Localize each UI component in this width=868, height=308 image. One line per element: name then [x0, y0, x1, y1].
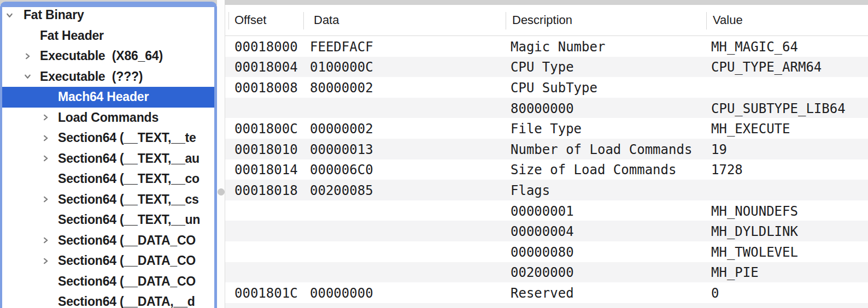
cell-description: Reserved [511, 282, 574, 303]
table-row[interactable]: 0001801C00000000Reserved0 [225, 282, 868, 303]
tree-item-section64-text-cs[interactable]: Section64 (__TEXT,__cs [2, 189, 214, 210]
column-separator [506, 12, 506, 29]
tree-item-label: Section64 (__TEXT,__un [58, 212, 200, 227]
tree-item-section64-data-co[interactable]: Section64 (__DATA_CO [2, 271, 214, 292]
cell-value: 1728 [711, 159, 743, 180]
cell-value: MH_MAGIC_64 [711, 36, 798, 57]
table-row[interactable]: 0001800880000002CPU SubType [225, 77, 868, 98]
tree-item-section64-text-co[interactable]: Section64 (__TEXT,__co [2, 169, 214, 189]
tree-item-executable[interactable]: Executable (???) [2, 67, 214, 87]
table-row[interactable]: 000180040100000CCPU TypeCPU_TYPE_ARM64 [225, 57, 868, 78]
cell-offset: 00018008 [234, 77, 298, 98]
chevron-right-icon[interactable] [41, 236, 50, 245]
cell-data: FEEDFACF [310, 36, 373, 57]
tree-item-section64-data-co[interactable]: Section64 (__DATA_CO [2, 251, 214, 271]
cell-data: 00000013 [310, 139, 373, 159]
cell-offset: 00018010 [234, 139, 298, 159]
tree-item-load-commands[interactable]: Load Commands [2, 108, 214, 128]
cell-description: File Type [511, 118, 582, 139]
tree-item-label: Section64 (__DATA_CO [58, 253, 196, 268]
cell-value: CPU_TYPE_ARM64 [711, 57, 822, 78]
column-header-offset[interactable]: Offset [234, 5, 266, 35]
splitter-drag-handle[interactable] [218, 188, 225, 196]
cell-description: Magic Number [511, 36, 605, 57]
cell-offset: 00018018 [234, 180, 298, 200]
cell-description: Flags [511, 180, 550, 200]
column-separator [303, 12, 304, 29]
tree-item-fat-header[interactable]: Fat Header [2, 26, 214, 46]
cell-data: 80000002 [310, 77, 373, 98]
tree-item-label: Fat Binary [24, 8, 84, 22]
tree-item-label: Executable (X86_64) [40, 49, 163, 63]
cell-description: CPU SubType [511, 77, 597, 98]
chevron-down-icon[interactable] [5, 11, 14, 20]
cell-data: 00200085 [310, 180, 373, 200]
tree-item-label: Section64 (__DATA,__d [58, 294, 195, 308]
tree-item-section64-data-co[interactable]: Section64 (__DATA_CO [2, 230, 214, 251]
cell-description: 00000004 [511, 221, 574, 241]
tree-item-label: Section64 (__TEXT,__cs [58, 192, 199, 207]
tree-item-label: Section64 (__TEXT,__co [58, 171, 200, 186]
table-row-partial [225, 303, 868, 308]
cell-value: MH_NOUNDEFS [711, 200, 798, 221]
table-row[interactable]: 00000080MH_TWOLEVEL [225, 241, 868, 262]
cell-offset: 00018000 [234, 36, 298, 57]
cell-data: 00000000 [310, 282, 373, 303]
cell-value: MH_PIE [711, 262, 759, 283]
tree-item-section64-text-un[interactable]: Section64 (__TEXT,__un [2, 210, 214, 230]
chevron-right-icon[interactable] [41, 134, 50, 143]
cell-value: MH_EXECUTE [711, 118, 790, 139]
cell-description: 80000000 [511, 98, 574, 119]
table-body: 00018000FEEDFACFMagic NumberMH_MAGIC_640… [225, 36, 868, 308]
table-row[interactable]: 80000000CPU_SUBTYPE_LIB64 [225, 98, 868, 119]
table-row[interactable]: 00200000MH_PIE [225, 262, 868, 283]
cell-description: CPU Type [511, 57, 574, 78]
tree-item-label: Executable (???) [40, 69, 143, 84]
tree-item-label: Mach64 Header [58, 90, 149, 104]
chevron-right-icon[interactable] [41, 154, 50, 163]
tree-item-label: Section64 (__DATA_CO [58, 274, 196, 289]
tree-item-section64-text-te[interactable]: Section64 (__TEXT,__te [2, 128, 214, 149]
column-header-value[interactable]: Value [713, 5, 743, 35]
table-row[interactable]: 0001800C00000002File TypeMH_EXECUTE [225, 118, 868, 139]
cell-description: Number of Load Commands [511, 139, 692, 159]
tree-item-label: Load Commands [58, 110, 159, 125]
tree-item-label: Section64 (__DATA_CO [58, 233, 196, 248]
chevron-down-icon[interactable] [23, 72, 32, 81]
data-table: Offset Data Description Value 00018000FE… [225, 5, 868, 308]
table-row[interactable]: 0001801800200085Flags [225, 180, 868, 200]
chevron-right-icon[interactable] [41, 195, 50, 204]
column-header-data[interactable]: Data [314, 5, 339, 35]
column-header-description[interactable]: Description [512, 5, 572, 35]
cell-offset: 0001801C [234, 282, 298, 303]
tree-item-executable-x86-64[interactable]: Executable (X86_64) [2, 46, 214, 67]
cell-offset: 0001800C [234, 118, 298, 139]
cell-value: CPU_SUBTYPE_LIB64 [711, 98, 846, 119]
table-row[interactable]: 00000004MH_DYLDLINK [225, 221, 868, 241]
table-row[interactable]: 00018014000006C0Size of Load Commands172… [225, 159, 868, 180]
tree-item-fat-binary[interactable]: Fat Binary [2, 7, 214, 26]
tree-item-section64-text-au[interactable]: Section64 (__TEXT,__au [2, 149, 214, 169]
cell-data: 000006C0 [310, 159, 373, 180]
cell-value: MH_DYLDLINK [711, 221, 798, 241]
table-row[interactable]: 00018000FEEDFACFMagic NumberMH_MAGIC_64 [225, 36, 868, 57]
chevron-right-icon[interactable] [41, 257, 50, 265]
table-row[interactable]: 0001801000000013Number of Load Commands1… [225, 139, 868, 159]
cell-data: 0100000C [310, 57, 373, 78]
chevron-right-icon[interactable] [23, 52, 32, 61]
split-view-divider[interactable] [217, 0, 225, 308]
chevron-right-icon[interactable] [41, 113, 50, 122]
cell-value: 19 [711, 139, 727, 159]
table-row[interactable]: 00000001MH_NOUNDEFS [225, 200, 868, 221]
tree-item-mach64-header[interactable]: Mach64 Header [2, 87, 214, 108]
tree-item-label: Section64 (__TEXT,__au [58, 151, 200, 166]
column-separator [228, 12, 229, 29]
tree: Fat BinaryFat HeaderExecutable (X86_64)E… [2, 7, 214, 308]
tree-item-section64-data-d[interactable]: Section64 (__DATA,__d [2, 292, 214, 308]
cell-description: 00000080 [511, 241, 574, 262]
cell-description: 00200000 [511, 262, 574, 283]
cell-value: 0 [711, 282, 719, 303]
cell-description: Size of Load Commands [511, 159, 676, 180]
tree-item-label: Fat Header [40, 28, 104, 43]
cell-offset: 00018014 [234, 159, 298, 180]
